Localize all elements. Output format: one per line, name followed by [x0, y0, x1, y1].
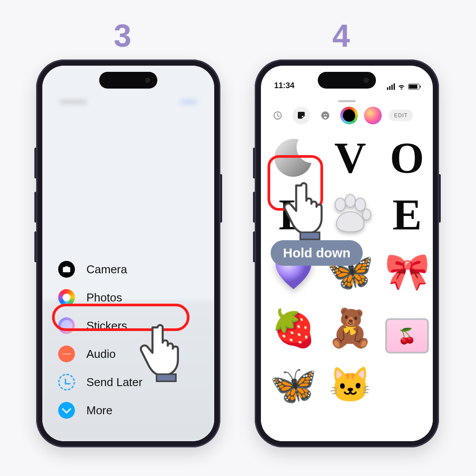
status-time: 11:34	[274, 81, 294, 90]
stickers-icon	[58, 317, 75, 334]
sticker-letter-o[interactable]: O	[382, 132, 432, 183]
sticker-tabs: EDIT	[261, 107, 433, 130]
tab-emoji[interactable]	[316, 107, 334, 124]
menu-label: Stickers	[86, 319, 127, 333]
sticker-pink-butterfly[interactable]: 🦋	[268, 360, 319, 410]
menu-label: More	[86, 404, 112, 417]
battery-icon	[408, 84, 420, 89]
sticker-letter-e[interactable]: E	[382, 189, 432, 240]
menu-item-audio[interactable]: Audio	[55, 340, 202, 368]
sticker-grid: V O L E 🦋 🎀	[261, 130, 433, 406]
blurred-header: ━━━━━━━━	[42, 97, 214, 127]
audio-icon	[58, 346, 75, 362]
drawer-handle[interactable]	[338, 100, 356, 102]
tab-stickers[interactable]	[293, 107, 310, 124]
attachment-menu: Camera Photos Stickers Audio Send Later …	[42, 255, 214, 424]
more-icon	[58, 402, 75, 419]
sticker-cat-heart[interactable]: 🐱	[325, 360, 376, 410]
sticker-drawer: EDIT V O L E	[261, 97, 433, 441]
menu-item-photos[interactable]: Photos	[55, 283, 202, 312]
dynamic-island	[99, 72, 157, 89]
wifi-icon	[398, 82, 405, 90]
hold-down-tooltip: Hold down	[271, 240, 363, 266]
dynamic-island	[318, 72, 376, 89]
photos-icon	[58, 289, 75, 306]
menu-label: Camera	[86, 263, 127, 276]
screen-step-4: 11:34 EDIT	[261, 66, 433, 441]
menu-item-camera[interactable]: Camera	[55, 255, 202, 283]
camera-icon	[58, 261, 75, 278]
tab-memoji[interactable]	[340, 107, 358, 124]
svg-point-1	[335, 198, 345, 211]
sticker-paw[interactable]	[325, 189, 376, 240]
menu-label: Photos	[86, 291, 122, 305]
tab-recents[interactable]	[269, 107, 286, 124]
menu-item-more[interactable]: More	[55, 396, 202, 424]
step-number-4: 4	[332, 18, 350, 54]
edit-button[interactable]: EDIT	[389, 110, 413, 121]
sticker-moon[interactable]	[268, 132, 319, 183]
sticker-letter-l[interactable]: L	[268, 189, 319, 240]
sticker-letter-v[interactable]: V	[325, 132, 376, 183]
step-number-3: 3	[114, 18, 131, 54]
menu-item-stickers[interactable]: Stickers	[55, 312, 202, 340]
sticker-bow[interactable]: 🎀	[382, 246, 432, 297]
cellular-icon	[387, 83, 395, 90]
phone-frame-step-4: 11:34 EDIT	[255, 60, 439, 447]
menu-label: Audio	[86, 347, 116, 361]
menu-item-send-later[interactable]: Send Later	[55, 368, 202, 396]
sticker-cherry-tv[interactable]	[382, 303, 432, 353]
menu-label: Send Later	[86, 376, 142, 389]
svg-point-3	[355, 198, 365, 211]
tab-sticker-pack[interactable]	[364, 107, 382, 124]
sticker-strawberry[interactable]: 🍓	[268, 303, 319, 353]
send-later-icon	[58, 374, 75, 390]
svg-point-2	[345, 194, 355, 207]
screen-step-3: ━━━━━━━━ Camera Photos Stickers Audio	[42, 66, 214, 441]
phone-frame-step-3: ━━━━━━━━ Camera Photos Stickers Audio	[36, 60, 220, 447]
svg-point-4	[362, 209, 371, 220]
sticker-teddy-bear[interactable]: 🧸	[325, 303, 376, 353]
